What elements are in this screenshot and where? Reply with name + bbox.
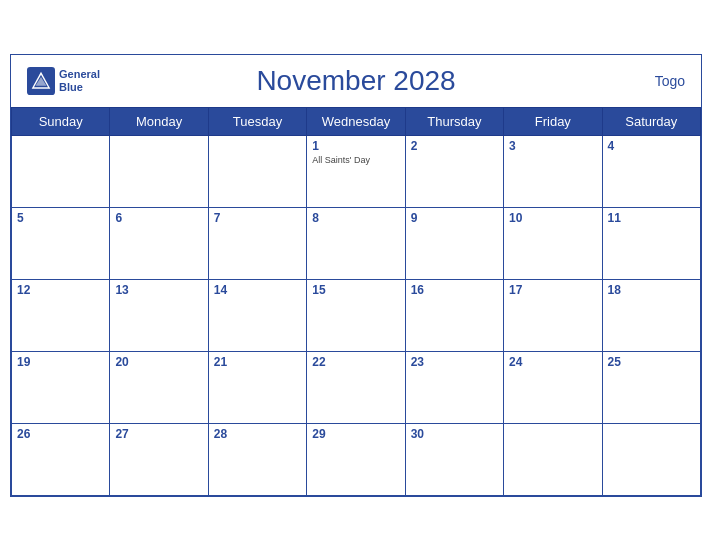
calendar-cell-w4-d3: 21 [208, 351, 306, 423]
day-number-10: 10 [509, 211, 596, 225]
day-number-6: 6 [115, 211, 202, 225]
day-number-13: 13 [115, 283, 202, 297]
day-number-23: 23 [411, 355, 498, 369]
header-friday: Friday [504, 107, 602, 135]
calendar-cell-w2-d3: 7 [208, 207, 306, 279]
calendar-cell-w5-d4: 29 [307, 423, 405, 495]
day-number-26: 26 [17, 427, 104, 441]
day-number-28: 28 [214, 427, 301, 441]
day-number-2: 2 [411, 139, 498, 153]
calendar-cell-w5-d1: 26 [12, 423, 110, 495]
calendar-cell-w4-d7: 25 [602, 351, 700, 423]
calendar-grid: Sunday Monday Tuesday Wednesday Thursday… [11, 107, 701, 496]
calendar-cell-w3-d5: 16 [405, 279, 503, 351]
calendar-cell-w5-d7 [602, 423, 700, 495]
calendar-cell-w1-d6: 3 [504, 135, 602, 207]
calendar-cell-w5-d5: 30 [405, 423, 503, 495]
calendar-cell-w3-d6: 17 [504, 279, 602, 351]
day-number-5: 5 [17, 211, 104, 225]
calendar-cell-w4-d1: 19 [12, 351, 110, 423]
header-wednesday: Wednesday [307, 107, 405, 135]
calendar-cell-w3-d2: 13 [110, 279, 208, 351]
calendar-cell-w3-d7: 18 [602, 279, 700, 351]
calendar-cell-w3-d1: 12 [12, 279, 110, 351]
calendar-cell-w2-d1: 5 [12, 207, 110, 279]
day-number-16: 16 [411, 283, 498, 297]
header-saturday: Saturday [602, 107, 700, 135]
generalblue-logo-icon [27, 67, 55, 95]
calendar-cell-w2-d7: 11 [602, 207, 700, 279]
calendar-cell-w4-d4: 22 [307, 351, 405, 423]
calendar-body: 1All Saints' Day234567891011121314151617… [12, 135, 701, 495]
header-sunday: Sunday [12, 107, 110, 135]
calendar-cell-w5-d2: 27 [110, 423, 208, 495]
calendar-cell-w3-d3: 14 [208, 279, 306, 351]
calendar-cell-w2-d5: 9 [405, 207, 503, 279]
calendar-header: General Blue November 2028 Togo [11, 55, 701, 107]
day-number-8: 8 [312, 211, 399, 225]
day-number-14: 14 [214, 283, 301, 297]
day-number-9: 9 [411, 211, 498, 225]
calendar-cell-w4-d6: 24 [504, 351, 602, 423]
calendar-cell-w1-d5: 2 [405, 135, 503, 207]
logo-area: General Blue [27, 67, 100, 95]
calendar-cell-w2-d6: 10 [504, 207, 602, 279]
calendar-cell-w4-d2: 20 [110, 351, 208, 423]
calendar-cell-w5-d6 [504, 423, 602, 495]
calendar-container: General Blue November 2028 Togo Sunday M… [10, 54, 702, 497]
day-number-17: 17 [509, 283, 596, 297]
day-number-30: 30 [411, 427, 498, 441]
day-number-11: 11 [608, 211, 695, 225]
calendar-cell-w1-d2 [110, 135, 208, 207]
calendar-cell-w1-d4: 1All Saints' Day [307, 135, 405, 207]
calendar-cell-w2-d2: 6 [110, 207, 208, 279]
day-number-18: 18 [608, 283, 695, 297]
calendar-title: November 2028 [256, 65, 455, 97]
event-text-1: All Saints' Day [312, 155, 399, 165]
calendar-cell-w1-d3 [208, 135, 306, 207]
week-row-2: 567891011 [12, 207, 701, 279]
header-tuesday: Tuesday [208, 107, 306, 135]
calendar-cell-w1-d1 [12, 135, 110, 207]
calendar-cell-w2-d4: 8 [307, 207, 405, 279]
day-number-20: 20 [115, 355, 202, 369]
day-number-21: 21 [214, 355, 301, 369]
week-row-3: 12131415161718 [12, 279, 701, 351]
calendar-cell-w5-d3: 28 [208, 423, 306, 495]
day-number-15: 15 [312, 283, 399, 297]
day-number-3: 3 [509, 139, 596, 153]
day-number-19: 19 [17, 355, 104, 369]
logo-general-label: General [59, 68, 100, 80]
week-row-1: 1All Saints' Day234 [12, 135, 701, 207]
calendar-cell-w4-d5: 23 [405, 351, 503, 423]
day-number-7: 7 [214, 211, 301, 225]
day-number-27: 27 [115, 427, 202, 441]
header-thursday: Thursday [405, 107, 503, 135]
calendar-cell-w1-d7: 4 [602, 135, 700, 207]
country-label: Togo [655, 73, 685, 89]
logo-blue-label: Blue [59, 81, 100, 93]
logo-text: General Blue [59, 68, 100, 92]
day-number-22: 22 [312, 355, 399, 369]
day-number-29: 29 [312, 427, 399, 441]
header-monday: Monday [110, 107, 208, 135]
week-row-4: 19202122232425 [12, 351, 701, 423]
calendar-cell-w3-d4: 15 [307, 279, 405, 351]
day-number-12: 12 [17, 283, 104, 297]
week-row-5: 2627282930 [12, 423, 701, 495]
day-number-25: 25 [608, 355, 695, 369]
day-number-24: 24 [509, 355, 596, 369]
day-number-4: 4 [608, 139, 695, 153]
day-number-1: 1 [312, 139, 399, 153]
weekday-header-row: Sunday Monday Tuesday Wednesday Thursday… [12, 107, 701, 135]
